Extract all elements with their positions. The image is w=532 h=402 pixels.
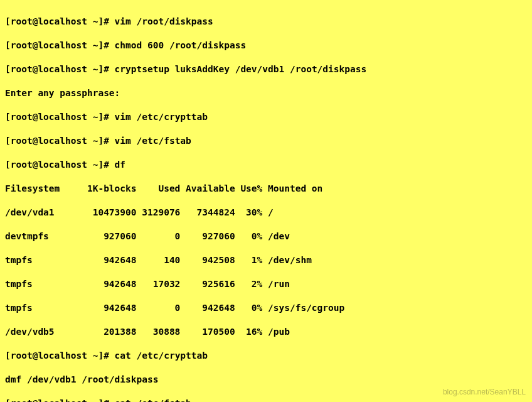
command: vim /root/diskpass bbox=[115, 16, 213, 26]
prompt: [root@localhost ~]# bbox=[5, 136, 115, 146]
terminal-output: [root@localhost ~]# vim /root/diskpass [… bbox=[5, 4, 527, 402]
df-row: /dev/vdb5 201388 30888 170500 16% /pub bbox=[5, 326, 527, 338]
watermark: blog.csdn.net/SeanYBLL bbox=[443, 386, 526, 398]
df-header: Filesystem 1K-blocks Used Available Use%… bbox=[5, 183, 527, 195]
output-line: Enter any passphrase: bbox=[5, 87, 527, 99]
command: cat /etc/crypttab bbox=[115, 350, 208, 361]
command: df bbox=[115, 160, 125, 170]
df-row: /dev/vda1 10473900 3129076 7344824 30% / bbox=[5, 207, 527, 219]
prompt: [root@localhost ~]# bbox=[5, 398, 115, 402]
command: chmod 600 /root/diskpass bbox=[115, 40, 247, 50]
command: cat /etc/fstab bbox=[115, 398, 191, 402]
df-row: tmpfs 942648 0 942648 0% /sys/fs/cgroup bbox=[5, 302, 527, 314]
command: vim /etc/crypttab bbox=[115, 112, 208, 122]
crypttab-line: dmf /dev/vdb1 /root/diskpass bbox=[5, 374, 527, 386]
prompt: [root@localhost ~]# bbox=[5, 160, 115, 170]
command: vim /etc/fstab bbox=[115, 136, 191, 146]
prompt: [root@localhost ~]# bbox=[5, 350, 115, 361]
command: cryptsetup luksAddKey /dev/vdb1 /root/di… bbox=[115, 64, 367, 74]
prompt: [root@localhost ~]# bbox=[5, 16, 115, 26]
prompt: [root@localhost ~]# bbox=[5, 40, 115, 50]
df-row: devtmpfs 927060 0 927060 0% /dev bbox=[5, 231, 527, 242]
df-row: tmpfs 942648 17032 925616 2% /run bbox=[5, 278, 527, 290]
prompt: [root@localhost ~]# bbox=[5, 64, 115, 74]
df-row: tmpfs 942648 140 942508 1% /dev/shm bbox=[5, 254, 527, 266]
prompt: [root@localhost ~]# bbox=[5, 112, 115, 122]
